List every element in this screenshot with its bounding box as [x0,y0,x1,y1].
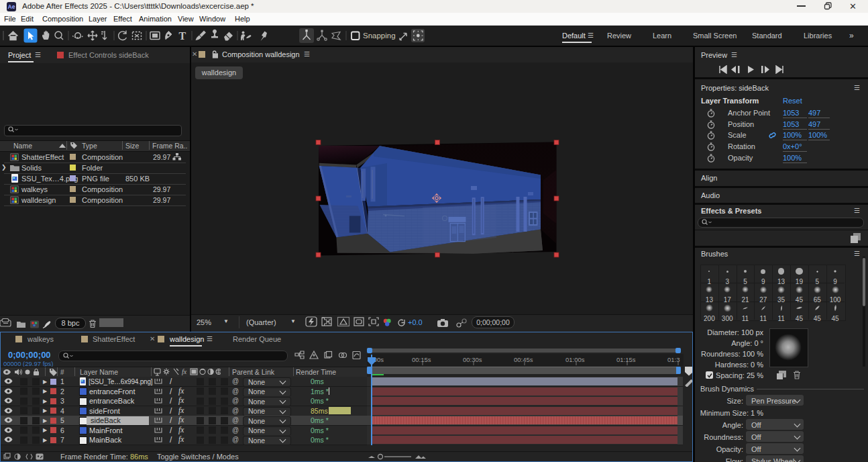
svg-text:fx: fx [182,368,187,375]
svg-text:Snapping: Snapping [363,32,396,40]
